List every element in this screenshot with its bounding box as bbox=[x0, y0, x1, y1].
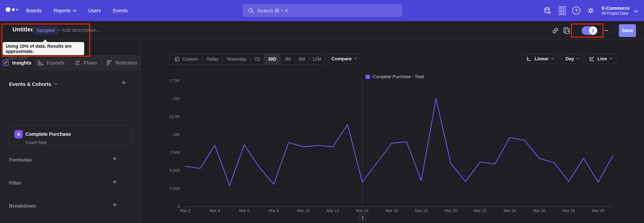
tooltip-text: Using 10% of data. Results are approxima… bbox=[6, 44, 81, 54]
svg-text:Mar 22: Mar 22 bbox=[474, 208, 486, 213]
data-series-line bbox=[185, 99, 613, 186]
svg-text:Mar 24: Mar 24 bbox=[504, 208, 516, 213]
svg-text:Mar 20: Mar 20 bbox=[444, 208, 457, 213]
svg-text:Mar 26: Mar 26 bbox=[533, 208, 546, 213]
tooltip-caret bbox=[42, 40, 48, 42]
svg-text:Mar 30: Mar 30 bbox=[592, 208, 604, 213]
svg-text:Mar 4: Mar 4 bbox=[210, 208, 220, 213]
svg-text:Mar 12: Mar 12 bbox=[326, 208, 339, 213]
svg-text:5,000: 5,000 bbox=[170, 168, 180, 173]
svg-text:Mar 8: Mar 8 bbox=[269, 208, 279, 213]
annotation-marker[interactable]: 1 bbox=[359, 214, 366, 221]
svg-text:17.5K: 17.5K bbox=[169, 78, 180, 83]
app-window: BoardsReportsUsersEvents Search ⌘ + K bbox=[0, 0, 644, 223]
svg-text:0: 0 bbox=[178, 204, 180, 209]
svg-text:Mar 16: Mar 16 bbox=[386, 208, 398, 213]
svg-text:7,500: 7,500 bbox=[170, 150, 180, 155]
sampling-tooltip: Using 10% of data. Results are approxima… bbox=[3, 42, 84, 55]
svg-text:Mar 10: Mar 10 bbox=[297, 208, 310, 213]
svg-text:Mar 18: Mar 18 bbox=[415, 208, 428, 213]
svg-text:Mar 2: Mar 2 bbox=[180, 208, 190, 213]
svg-text:Mar 28: Mar 28 bbox=[562, 208, 575, 213]
line-chart[interactable]: 02,5005,0007,50010K12.5K15K17.5KMar 2Mar… bbox=[0, 0, 644, 223]
svg-text:10K: 10K bbox=[172, 132, 180, 137]
svg-text:Mar 6: Mar 6 bbox=[239, 208, 250, 213]
svg-text:15K: 15K bbox=[172, 96, 180, 101]
svg-text:12.5K: 12.5K bbox=[169, 114, 180, 119]
svg-text:Mar 14: Mar 14 bbox=[356, 208, 368, 213]
learn-more-link[interactable]: Learn More bbox=[6, 55, 28, 60]
svg-text:2,500: 2,500 bbox=[170, 186, 180, 191]
